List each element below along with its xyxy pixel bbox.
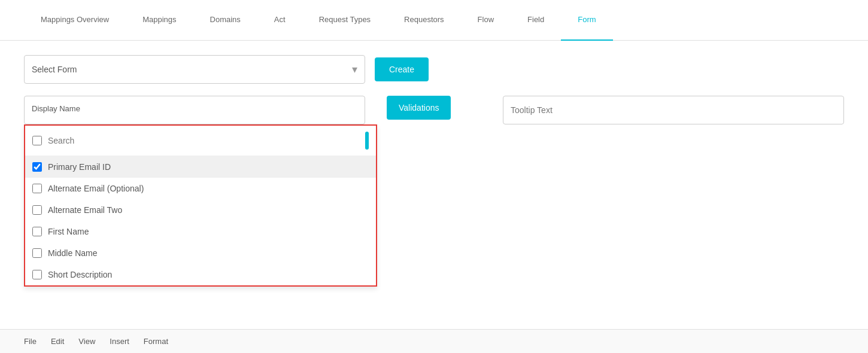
- item-label: Middle Name: [48, 248, 97, 258]
- validations-button[interactable]: Validations: [387, 96, 451, 120]
- nav-item-act[interactable]: Act: [257, 0, 302, 41]
- select-form-placeholder: Select Form: [32, 65, 352, 74]
- dropdown-item[interactable]: Short Description: [25, 264, 376, 285]
- nav-item-form[interactable]: Form: [561, 0, 612, 41]
- main-content: Select Form ▾ Create Display Name Primar…: [0, 41, 868, 144]
- item-label: First Name: [48, 227, 89, 236]
- form-select-row: Select Form ▾ Create: [24, 55, 844, 84]
- item-label: Alternate Email Two: [48, 205, 122, 215]
- bottom-toolbar: FileEditViewInsertFormat: [0, 329, 868, 353]
- dropdown-item[interactable]: Primary Email ID: [25, 156, 376, 178]
- item-checkbox-3[interactable]: [32, 227, 42, 236]
- item-checkbox-1[interactable]: [32, 184, 42, 193]
- nav-item-domains[interactable]: Domains: [193, 0, 257, 41]
- dropdown-item[interactable]: Alternate Email Two: [25, 199, 376, 221]
- item-checkbox-4[interactable]: [32, 248, 42, 258]
- nav-item-field[interactable]: Field: [511, 0, 561, 41]
- display-name-field[interactable]: Display Name: [24, 96, 365, 124]
- item-label: Alternate Email (Optional): [48, 184, 144, 193]
- nav-item-requestors[interactable]: Requestors: [387, 0, 460, 41]
- create-button[interactable]: Create: [375, 57, 429, 81]
- dropdown-item[interactable]: Middle Name: [25, 242, 376, 264]
- search-checkbox[interactable]: [32, 136, 42, 145]
- dropdown-item[interactable]: Alternate Email (Optional): [25, 178, 376, 199]
- item-label: Short Description: [48, 270, 112, 279]
- nav-item-request-types[interactable]: Request Types: [302, 0, 387, 41]
- display-name-label: Display Name: [32, 104, 80, 113]
- item-checkbox-2[interactable]: [32, 205, 42, 215]
- search-input[interactable]: [48, 136, 359, 145]
- nav-item-flow[interactable]: Flow: [461, 0, 511, 41]
- toolbar-item-file[interactable]: File: [24, 337, 37, 346]
- nav-item-mappings-overview[interactable]: Mappings Overview: [24, 0, 126, 41]
- toolbar-item-insert[interactable]: Insert: [110, 337, 129, 346]
- tooltip-text-field[interactable]: [503, 96, 844, 124]
- field-dropdown-panel: Primary Email IDAlternate Email (Optiona…: [24, 124, 377, 287]
- display-name-row: Display Name Primary Email IDAlternate E…: [24, 96, 844, 124]
- item-label: Primary Email ID: [48, 162, 111, 172]
- toolbar-item-edit[interactable]: Edit: [51, 337, 64, 346]
- top-navigation: Mappings OverviewMappingsDomainsActReque…: [0, 0, 868, 41]
- toolbar-item-format[interactable]: Format: [144, 337, 168, 346]
- nav-item-mappings[interactable]: Mappings: [126, 0, 193, 41]
- item-checkbox-5[interactable]: [32, 270, 42, 279]
- toolbar-item-view[interactable]: View: [78, 337, 95, 346]
- dropdown-items: Primary Email IDAlternate Email (Optiona…: [25, 156, 376, 285]
- chevron-down-icon: ▾: [352, 63, 357, 76]
- dropdown-search-row: [25, 126, 376, 156]
- select-form-dropdown[interactable]: Select Form ▾: [24, 55, 365, 84]
- item-checkbox-0[interactable]: [32, 162, 42, 172]
- dropdown-item[interactable]: First Name: [25, 221, 376, 242]
- scrollbar-indicator: [365, 132, 369, 150]
